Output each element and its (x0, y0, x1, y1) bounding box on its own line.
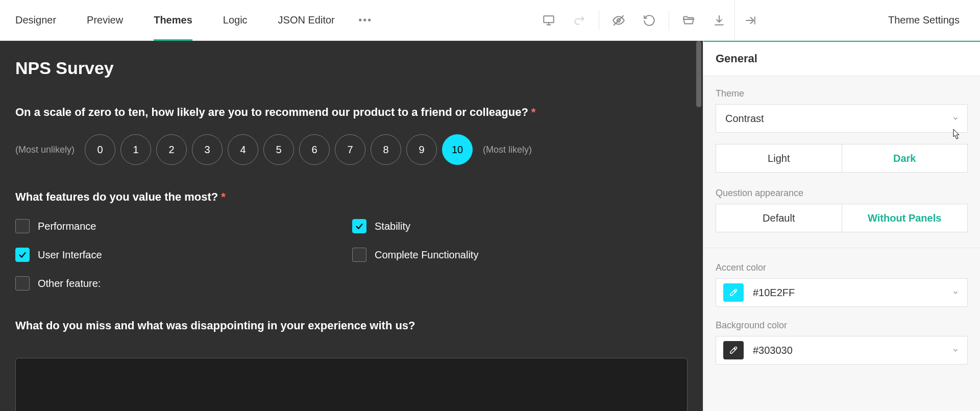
collapse-panel-button[interactable] (735, 0, 766, 40)
appearance-without-panels-button[interactable]: Without Panels (842, 204, 968, 232)
rating-scale: (Most unlikely) 0 1 2 3 4 5 6 7 8 9 10 (… (15, 134, 688, 165)
accent-swatch (723, 283, 744, 302)
chevron-down-icon (952, 113, 959, 125)
checkbox-row-complete-functionality[interactable]: Complete Functionality (352, 248, 688, 262)
topbar: Designer Preview Themes Logic JSON Edito… (0, 0, 980, 41)
more-tabs-button[interactable]: ••• (350, 0, 381, 40)
theme-label: Theme (716, 88, 968, 99)
q3-title: What do you miss and what was disappoint… (15, 319, 688, 332)
collapse-right-icon (744, 14, 757, 27)
accent-color-picker[interactable]: #10E2FF (716, 278, 968, 307)
required-mark: * (531, 106, 536, 118)
reset-icon (643, 14, 656, 27)
download-button[interactable] (704, 0, 734, 40)
theme-mode-toggle: Light Dark (716, 144, 968, 173)
checkbox[interactable] (15, 248, 30, 262)
q3-textarea[interactable] (15, 358, 688, 411)
scale-cell-8[interactable]: 8 (371, 134, 401, 165)
scale-cell-2[interactable]: 2 (156, 134, 187, 165)
tab-json-editor[interactable]: JSON Editor (263, 0, 350, 40)
checkbox[interactable] (15, 219, 30, 233)
folder-open-icon (682, 14, 695, 27)
checkbox[interactable] (15, 276, 30, 291)
redo-icon (573, 14, 586, 27)
theme-select[interactable]: Contrast (716, 104, 968, 133)
divider (703, 248, 980, 248)
scale-cell-7[interactable]: 7 (335, 134, 365, 165)
accent-color-value: #10E2FF (753, 287, 795, 299)
scale-cell-9[interactable]: 9 (406, 134, 437, 165)
checkbox-row-stability[interactable]: Stability (352, 219, 688, 233)
device-preview-button[interactable] (533, 0, 564, 40)
checkbox-row-performance[interactable]: Performance (15, 219, 352, 233)
panel-title: Theme Settings (888, 14, 960, 26)
tab-logic[interactable]: Logic (208, 0, 263, 40)
eye-off-icon (612, 14, 625, 27)
appearance-default-button[interactable]: Default (716, 204, 842, 232)
checkbox-label: User Interface (38, 249, 102, 261)
checkbox-label: Complete Functionality (375, 249, 478, 261)
checkbox[interactable] (352, 248, 366, 262)
desktop-icon (542, 14, 555, 27)
bg-color-value: #303030 (753, 345, 793, 356)
theme-select-value: Contrast (725, 113, 764, 125)
scale-cell-1[interactable]: 1 (120, 134, 151, 165)
checkbox-label: Stability (375, 221, 410, 232)
checkbox-row-user-interface[interactable]: User Interface (15, 248, 352, 262)
chevron-down-icon (952, 287, 959, 299)
svg-rect-0 (544, 16, 554, 22)
divider (599, 10, 599, 31)
bg-color-label: Background color (716, 320, 968, 331)
side-panel: General Theme Contrast Light Dark Questi… (703, 41, 980, 411)
mode-light-button[interactable]: Light (716, 144, 842, 173)
scale-cell-5[interactable]: 5 (263, 134, 294, 165)
tab-designer[interactable]: Designer (0, 0, 71, 40)
scrollbar-thumb[interactable] (696, 41, 701, 107)
download-icon (713, 14, 726, 27)
bg-color-picker[interactable]: #303030 (716, 336, 968, 365)
tab-themes[interactable]: Themes (138, 0, 208, 40)
checkbox[interactable] (352, 219, 366, 233)
accent-color-label: Accent color (716, 262, 968, 273)
q2-title: What features do you value the most?* (15, 190, 688, 204)
chevron-down-icon (952, 345, 959, 356)
scale-cell-10[interactable]: 10 (442, 134, 473, 165)
redo-button[interactable] (564, 0, 595, 40)
eyedropper-icon (729, 288, 738, 297)
tab-preview[interactable]: Preview (71, 0, 138, 40)
top-actions: Theme Settings (533, 0, 980, 40)
scale-cell-6[interactable]: 6 (299, 134, 330, 165)
appearance-toggle: Default Without Panels (716, 204, 968, 232)
scale-hint-high: (Most likely) (483, 144, 532, 155)
divider (669, 10, 669, 31)
scale-cell-4[interactable]: 4 (228, 134, 258, 165)
scale-hint-low: (Most unlikely) (15, 144, 75, 155)
q1-title: On a scale of zero to ten, how likely ar… (15, 106, 688, 119)
bg-swatch (723, 341, 744, 359)
section-general-header[interactable]: General (703, 41, 980, 76)
scale-cell-0[interactable]: 0 (85, 134, 115, 165)
tabs: Designer Preview Themes Logic JSON Edito… (0, 0, 381, 40)
appearance-label: Question appearance (716, 188, 968, 199)
open-folder-button[interactable] (673, 0, 704, 40)
hide-preview-button[interactable] (603, 0, 634, 40)
mode-dark-button[interactable]: Dark (842, 144, 968, 173)
preview-area: NPS Survey On a scale of zero to ten, ho… (0, 41, 703, 411)
checkbox-row-other-feature[interactable]: Other feature: (15, 276, 352, 291)
survey-title: NPS Survey (15, 58, 688, 78)
checkbox-label: Performance (38, 221, 96, 232)
required-mark: * (221, 190, 226, 203)
scale-cell-3[interactable]: 3 (192, 134, 223, 165)
reset-button[interactable] (634, 0, 665, 40)
eyedropper-icon (729, 346, 738, 355)
checkbox-label: Other feature: (38, 278, 101, 289)
